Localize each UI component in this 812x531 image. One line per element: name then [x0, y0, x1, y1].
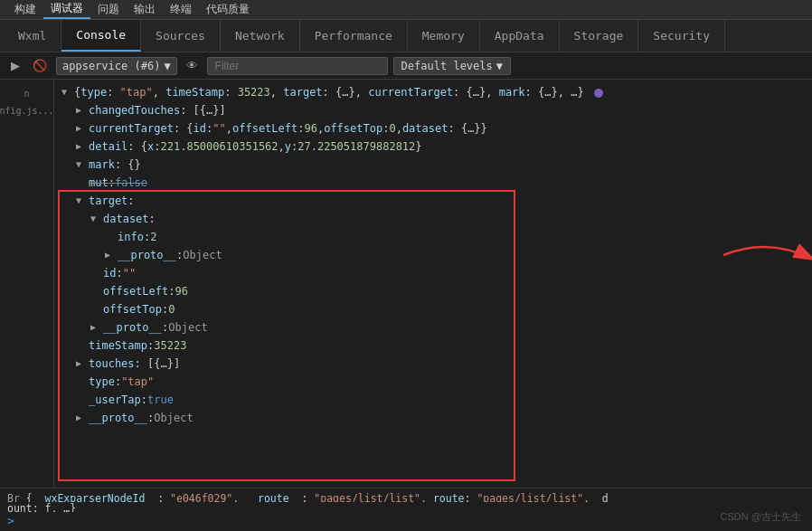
- tab-performance[interactable]: Performance: [300, 20, 408, 52]
- levels-selector[interactable]: Default levels ▼: [393, 57, 511, 75]
- log-line: offsetTop: 0: [61, 300, 805, 318]
- log-content: mut: [89, 175, 109, 191]
- log-line: touches: [{…}]: [61, 355, 805, 373]
- log-content: _userTap: [89, 392, 141, 408]
- expand-arrow[interactable]: [105, 247, 114, 263]
- expand-arrow[interactable]: [76, 138, 85, 155]
- menu-problems[interactable]: 问题: [90, 0, 127, 19]
- expand-arrow[interactable]: [76, 102, 85, 119]
- appdata-label: AppData: [495, 29, 544, 43]
- bottom-log-line1: Br {__wxExparserNodeId__: "e046f029", __…: [7, 492, 805, 502]
- network-label: Network: [235, 29, 285, 43]
- log-line: target:: [61, 192, 805, 210]
- log-content: __proto__: [118, 247, 176, 263]
- tab-security[interactable]: Security: [638, 20, 725, 52]
- log-line: __proto__: Object: [61, 409, 805, 427]
- log-content: id: [103, 265, 116, 281]
- log-content: __proto__: [89, 410, 147, 426]
- console-label: Console: [76, 28, 126, 42]
- tab-storage[interactable]: Storage: [560, 20, 639, 52]
- log-content: type: [89, 374, 115, 390]
- log-line: _userTap: true: [61, 391, 805, 409]
- log-content: offsetLeft: [103, 283, 168, 299]
- expand-arrow[interactable]: [90, 319, 99, 336]
- expand-arrow[interactable]: [76, 356, 85, 372]
- tab-memory[interactable]: Memory: [408, 20, 480, 52]
- sidebar-item-n[interactable]: n: [20, 87, 33, 100]
- menu-output[interactable]: 输出: [127, 0, 163, 19]
- sidebar: n nfig.js...: [0, 80, 54, 488]
- menu-construct[interactable]: 构建: [7, 0, 43, 19]
- memory-label: Memory: [422, 29, 465, 43]
- levels-label: Default levels: [401, 60, 493, 72]
- log-line: __proto__: Object: [61, 246, 805, 264]
- top-menu-bar: 构建 调试器 问题 输出 终端 代码质量: [0, 0, 812, 20]
- tab-network[interactable]: Network: [221, 20, 300, 52]
- watermark: CSDN @吉士先生: [721, 510, 801, 524]
- log-content: {type: "tap", timeStamp: 35223, target: …: [74, 84, 603, 100]
- tab-sources[interactable]: Sources: [141, 20, 221, 52]
- tab-appdata[interactable]: AppData: [480, 20, 560, 52]
- log-line: mark: {}: [61, 156, 805, 174]
- tab-console[interactable]: Console: [61, 20, 141, 52]
- log-content: touches: [89, 356, 135, 372]
- expand-arrow[interactable]: [76, 120, 85, 137]
- annotation-arrow: [714, 228, 812, 282]
- filter-input[interactable]: [207, 57, 388, 75]
- execute-button[interactable]: ▶: [7, 57, 24, 74]
- menu-debugger[interactable]: 调试器: [43, 0, 90, 19]
- log-content: timeStamp: [89, 337, 147, 354]
- log-line: changedTouches: [{…}]: [61, 101, 805, 119]
- console-toolbar: ▶ 🚫 appservice (#6) ▼ 👁 Default levels ▼: [0, 52, 812, 80]
- log-line: {type: "tap", timeStamp: 35223, target: …: [61, 83, 805, 101]
- menu-code-quality[interactable]: 代码质量: [199, 0, 257, 19]
- log-content: offsetTop: [103, 301, 162, 318]
- log-line: offsetLeft: 96: [61, 282, 805, 300]
- log-content: changedTouches: [89, 102, 180, 119]
- log-content: __proto__: [103, 319, 162, 336]
- bottom-prompt[interactable]: >: [7, 514, 805, 527]
- wxml-label: Wxml: [18, 29, 46, 43]
- tab-wxml[interactable]: Wxml: [4, 20, 61, 52]
- bottom-bar: Br {__wxExparserNodeId__: "e046f029", __…: [0, 488, 812, 531]
- log-content: dataset: [103, 211, 149, 227]
- performance-label: Performance: [315, 29, 392, 43]
- log-content: target: [89, 193, 127, 209]
- service-name: appservice (#6): [62, 60, 160, 72]
- bottom-log-line2: ount: f, …}: [7, 502, 805, 512]
- security-label: Security: [653, 29, 710, 43]
- log-line: dataset:: [61, 210, 805, 228]
- console-output[interactable]: {type: "tap", timeStamp: 35223, target: …: [54, 80, 812, 488]
- expand-arrow[interactable]: [90, 211, 99, 227]
- log-line: timeStamp: 35223: [61, 337, 805, 355]
- log-line: currentTarget: {id: "", offsetLeft: 96, …: [61, 119, 805, 137]
- log-line: detail: {x: 221.85000610351562, y: 27.22…: [61, 137, 805, 156]
- main-layout: n nfig.js... {type: "tap", timeStamp: 35…: [0, 80, 812, 488]
- dropdown-arrow: ▼: [164, 60, 170, 72]
- expand-arrow[interactable]: [76, 410, 85, 426]
- log-content: info: [118, 229, 144, 245]
- log-content: currentTarget: [89, 120, 174, 137]
- log-line: mut: false: [61, 174, 805, 192]
- service-selector[interactable]: appservice (#6) ▼: [56, 57, 177, 75]
- eye-button[interactable]: 👁: [183, 57, 202, 74]
- expand-arrow[interactable]: [76, 193, 85, 209]
- storage-label: Storage: [574, 29, 624, 43]
- log-line: type: "tap": [61, 373, 805, 391]
- expand-arrow[interactable]: [76, 156, 85, 173]
- block-button[interactable]: 🚫: [29, 57, 51, 74]
- log-content: detail: [89, 138, 127, 155]
- log-line: id: "": [61, 264, 805, 282]
- sources-label: Sources: [156, 29, 205, 43]
- log-line: __proto__: Object: [61, 318, 805, 337]
- sidebar-item-config[interactable]: nfig.js...: [0, 104, 58, 118]
- tab-bar: Wxml Console Sources Network Performance…: [0, 20, 812, 52]
- expand-arrow[interactable]: [61, 84, 71, 100]
- log-content: mark: [89, 156, 115, 173]
- log-line: info: 2: [61, 228, 805, 246]
- menu-terminal[interactable]: 终端: [163, 0, 199, 19]
- levels-arrow: ▼: [496, 60, 503, 72]
